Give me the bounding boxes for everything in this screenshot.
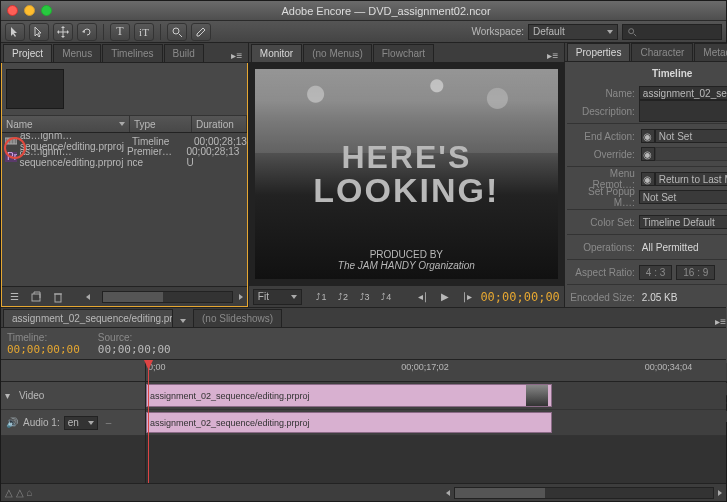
project-row[interactable]: Pr as…ignm…sequence/editing.prproj Premi… xyxy=(2,149,247,165)
monitor-timecode[interactable]: 00;00;00;00 xyxy=(480,290,559,304)
name-field[interactable]: assignment_02_sequence/ed xyxy=(639,86,727,100)
svg-text:Pr: Pr xyxy=(7,152,17,162)
zoom-tool[interactable] xyxy=(167,23,187,41)
route-btn[interactable]: ⤴1 xyxy=(314,290,330,304)
timeline-asset-icon xyxy=(4,134,18,148)
minimize-window-icon[interactable] xyxy=(24,5,35,16)
tab-properties[interactable]: Properties xyxy=(567,43,631,61)
play-icon[interactable]: ▶ xyxy=(437,290,453,304)
zoom-select[interactable]: Fit xyxy=(253,289,302,305)
color-set-select[interactable]: Timeline Default xyxy=(639,215,727,229)
project-footer: ☰ xyxy=(2,286,247,306)
move-tool[interactable] xyxy=(53,23,73,41)
search-icon xyxy=(627,27,637,37)
pickwhip-icon[interactable]: ◉ xyxy=(641,172,655,186)
tab-project[interactable]: Project xyxy=(3,44,52,62)
monitor-tabs: Monitor (no Menus) Flowchart ▸≡ xyxy=(249,43,564,63)
route-btn[interactable]: ⤴3 xyxy=(357,290,373,304)
no-slideshows-tab[interactable]: (no Slideshows) xyxy=(193,309,282,327)
override-select: ▸ xyxy=(655,147,727,161)
pickwhip-icon[interactable]: ◉ xyxy=(641,147,655,161)
panel-menu-icon[interactable]: ▸≡ xyxy=(715,316,726,327)
menu-remote-select[interactable]: Return to Last Menu▸ xyxy=(655,172,727,186)
scroll-right-icon[interactable] xyxy=(718,490,722,496)
timeline-tab[interactable]: assignment_02_sequence/editing.prproj × xyxy=(3,309,173,327)
svg-point-2 xyxy=(629,28,634,33)
tab-character[interactable]: Character xyxy=(631,43,693,61)
text-tool[interactable]: T xyxy=(110,23,130,41)
timeline-panel: assignment_02_sequence/editing.prproj × … xyxy=(1,307,726,501)
audio-lang-select[interactable]: en xyxy=(64,416,98,430)
pickwhip-icon[interactable]: ◉ xyxy=(641,129,655,143)
project-tabs: Project Menus Timelines Build ▸≡ xyxy=(1,43,248,63)
scroll-left-icon[interactable] xyxy=(86,294,90,300)
audio-track-header[interactable]: 🔊 Audio 1: en – xyxy=(1,410,145,436)
audio-clip[interactable]: assignment_02_sequence/editing.prproj xyxy=(146,412,552,433)
column-name[interactable]: Name xyxy=(2,116,130,132)
new-item-icon[interactable] xyxy=(28,289,44,305)
vertical-text-tool[interactable]: iT xyxy=(134,23,154,41)
premiere-asset-icon: Pr xyxy=(4,150,17,164)
time-ruler[interactable]: 0;00 00;00;17;02 00;00;34;04 xyxy=(146,360,726,382)
chevron-down-icon xyxy=(607,30,613,34)
preview-thumbnail xyxy=(6,69,64,109)
tab-menus[interactable]: Menus xyxy=(53,44,101,62)
panel-menu-icon[interactable]: ▸≡ xyxy=(230,48,244,62)
tab-flowchart[interactable]: Flowchart xyxy=(373,44,434,62)
column-duration[interactable]: Duration xyxy=(192,116,247,132)
tab-no-menus[interactable]: (no Menus) xyxy=(303,44,372,62)
next-frame-icon[interactable]: ∣▸ xyxy=(459,290,475,304)
tab-metadata[interactable]: Metadata xyxy=(694,43,727,61)
project-list: as…ignm…sequence/editing.prproj Timeline… xyxy=(2,133,247,286)
set-popup-select[interactable]: Not Set▸ xyxy=(639,190,727,204)
tab-timelines[interactable]: Timelines xyxy=(102,44,162,62)
audio-track[interactable]: assignment_02_sequence/editing.prproj xyxy=(146,410,726,436)
list-view-icon[interactable]: ☰ xyxy=(6,289,22,305)
properties-section-title: Timeline xyxy=(567,68,727,79)
trash-icon[interactable] xyxy=(50,289,66,305)
video-track[interactable]: assignment_02_sequence/editing.prproj xyxy=(146,382,726,410)
video-track-header[interactable]: ▾ Video xyxy=(1,382,145,410)
tab-monitor[interactable]: Monitor xyxy=(251,44,302,62)
aspect-169-button[interactable]: 16 : 9 xyxy=(676,265,715,280)
route-btn[interactable]: ⤴4 xyxy=(378,290,394,304)
horizontal-scrollbar[interactable] xyxy=(102,291,233,303)
column-type[interactable]: Type xyxy=(130,116,192,132)
playhead[interactable] xyxy=(148,360,149,483)
timeline-scrollbar[interactable] xyxy=(454,487,714,499)
scroll-left-icon[interactable] xyxy=(446,490,450,496)
selection-tool[interactable] xyxy=(5,23,25,41)
workspace-select[interactable]: Default xyxy=(528,24,618,40)
video-clip[interactable]: assignment_02_sequence/editing.prproj xyxy=(146,384,552,407)
svg-point-0 xyxy=(173,28,179,34)
zoom-window-icon[interactable] xyxy=(41,5,52,16)
search-input[interactable] xyxy=(622,24,722,40)
route-btn[interactable]: ⤴2 xyxy=(335,290,351,304)
svg-line-3 xyxy=(634,33,637,36)
workspace-label: Workspace: xyxy=(471,26,524,37)
tab-overflow-icon[interactable] xyxy=(180,319,186,323)
direct-select-tool[interactable] xyxy=(29,23,49,41)
window-title: Adobe Encore — DVD_assignment02.ncor xyxy=(52,5,720,17)
speaker-icon[interactable]: 🔊 xyxy=(5,416,19,430)
panel-menu-icon[interactable]: ▸≡ xyxy=(546,48,560,62)
asset-preview xyxy=(2,63,247,115)
timeline-timecode[interactable]: 00;00;00;00 xyxy=(7,343,80,356)
toolbar: T iT Workspace: Default xyxy=(1,21,726,43)
svg-rect-10 xyxy=(32,294,40,301)
tab-build[interactable]: Build xyxy=(164,44,204,62)
project-column-header: Name Type Duration xyxy=(2,115,247,133)
scroll-right-icon[interactable] xyxy=(239,294,243,300)
close-window-icon[interactable] xyxy=(7,5,18,16)
rotate-tool[interactable] xyxy=(77,23,97,41)
monitor-viewport: HERE'S LOOKING! PRODUCED BY The JAM HAND… xyxy=(255,69,558,279)
clip-thumbnail xyxy=(526,385,548,406)
timeline-footer: △ △ ⌂ xyxy=(1,483,726,501)
prev-frame-icon[interactable]: ◂∣ xyxy=(416,290,432,304)
description-field[interactable] xyxy=(639,100,727,122)
svg-rect-11 xyxy=(55,294,61,302)
source-timecode[interactable]: 00;00;00;00 xyxy=(98,343,171,356)
end-action-select[interactable]: Not Set▸ xyxy=(655,129,727,143)
aspect-43-button[interactable]: 4 : 3 xyxy=(639,265,672,280)
edit-tool[interactable] xyxy=(191,23,211,41)
